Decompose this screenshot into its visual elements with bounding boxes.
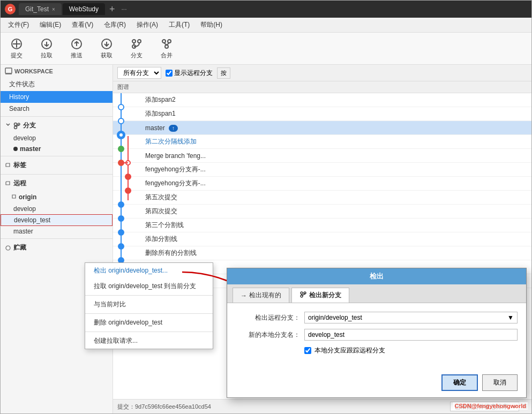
- branch-filter-select[interactable]: 所有分支: [117, 67, 161, 79]
- menu-action[interactable]: 操作(A): [131, 18, 163, 32]
- branch-icon: [130, 37, 143, 50]
- dialog-body: 检出远程分支： origin/develop_test ▼ 新的本地分支名： 本…: [227, 303, 526, 370]
- push-icon: [70, 37, 83, 50]
- track-remote-checkbox-row: 本地分支应跟踪远程分支: [236, 346, 518, 355]
- current-branch-dot: [13, 147, 18, 151]
- svg-point-13: [162, 40, 166, 43]
- local-branch-name-field: 新的本地分支名：: [236, 329, 518, 341]
- commit-button[interactable]: 提交: [6, 35, 27, 62]
- fetch-label: 获取: [101, 51, 113, 59]
- menu-edit[interactable]: 编辑(E): [34, 18, 66, 32]
- dialog-cancel-button[interactable]: 取消: [482, 374, 518, 391]
- sidebar-divider-4: [1, 238, 113, 239]
- tab-webstudy[interactable]: WebStudy: [63, 3, 105, 15]
- dialog-buttons: 确定 取消: [227, 370, 526, 397]
- commit-list-header: 图谱: [113, 81, 531, 93]
- commit-label: 提交: [11, 51, 23, 59]
- context-menu-delete[interactable]: 删除 origin/develop_test: [85, 315, 213, 330]
- context-menu-divider-1: [85, 295, 213, 296]
- checkout-new-icon: [299, 291, 307, 300]
- context-menu-checkout[interactable]: 检出 origin/develop_test...: [85, 263, 213, 278]
- dialog-title: 检出: [227, 268, 526, 284]
- sidebar-divider-1: [1, 116, 113, 117]
- close-tab-icon[interactable]: ×: [52, 6, 55, 12]
- dialog-tab-checkout-new[interactable]: 检出新分支: [291, 288, 349, 303]
- remote-header[interactable]: 远程: [1, 176, 113, 191]
- context-menu: 检出 origin/develop_test... 拉取 origin/deve…: [85, 262, 213, 349]
- menu-file[interactable]: 文件(F): [3, 18, 34, 32]
- remote-branch-select[interactable]: origin/develop_test ▼: [304, 312, 518, 323]
- table-row[interactable]: 删除所有的分割线: [113, 246, 531, 260]
- pull-icon: [40, 37, 53, 50]
- tags-header[interactable]: 标签: [1, 158, 113, 172]
- main-window: G Git_Test × WebStudy + ··· 文件(F) 编辑(E) …: [0, 0, 532, 414]
- workspace-header: WORKSPACE: [1, 65, 113, 78]
- remote-branch-develop[interactable]: develop: [1, 204, 113, 214]
- sidebar-item-history[interactable]: History: [1, 91, 113, 103]
- sidebar-item-file-status[interactable]: 文件状态: [1, 78, 113, 91]
- menu-bar: 文件(F) 编辑(E) 查看(V) 仓库(R) 操作(A) 工具(T) 帮助(H…: [1, 18, 531, 33]
- merge-icon: [160, 37, 173, 50]
- context-menu-pull[interactable]: 拉取 origin/develop_test 到当前分支: [85, 278, 213, 294]
- sidebar-item-search[interactable]: Search: [1, 103, 113, 115]
- fetch-button[interactable]: 获取: [96, 35, 117, 62]
- stash-header[interactable]: 贮藏: [1, 240, 113, 255]
- table-row[interactable]: fengyehong分支再-...: [113, 177, 531, 191]
- table-row[interactable]: 第五次提交: [113, 191, 531, 205]
- menu-help[interactable]: 帮助(H): [195, 18, 228, 32]
- track-remote-label: 本地分支应跟踪远程分支: [314, 346, 385, 355]
- more-options-button[interactable]: 按: [217, 67, 230, 79]
- remote-branch-master[interactable]: master: [1, 226, 113, 237]
- table-row[interactable]: 第二次分隔线添加: [113, 135, 531, 149]
- sidebar: WORKSPACE 文件状态 History Search 分支 develop…: [1, 65, 113, 413]
- branch-label: 分支: [131, 51, 143, 59]
- dialog-confirm-button[interactable]: 确定: [441, 374, 478, 391]
- dialog-tab-checkout-existing[interactable]: → 检出现有的: [233, 288, 289, 303]
- merge-button[interactable]: 合并: [156, 35, 177, 62]
- branch-develop[interactable]: develop: [1, 133, 113, 144]
- tab-more[interactable]: ···: [119, 5, 129, 13]
- track-remote-checkbox[interactable]: [304, 347, 311, 354]
- branches-header[interactable]: 分支: [1, 118, 113, 133]
- title-bar: G Git_Test × WebStudy + ···: [1, 1, 531, 18]
- table-row[interactable]: 添加分割线: [113, 232, 531, 246]
- table-row[interactable]: master ↑: [113, 121, 531, 135]
- local-branch-name-label: 新的本地分支名：: [236, 330, 300, 340]
- remote-branch-develop-test[interactable]: develop_test: [1, 214, 113, 226]
- local-branch-name-input[interactable]: [304, 329, 518, 341]
- master-badge: ↑: [169, 125, 178, 132]
- tab-add-button[interactable]: +: [106, 4, 118, 15]
- menu-view[interactable]: 查看(V): [66, 18, 99, 32]
- table-row[interactable]: 添加span2: [113, 93, 531, 107]
- commit-icon: [10, 37, 23, 50]
- app-icon: G: [5, 4, 16, 14]
- branch-master[interactable]: master: [1, 144, 113, 154]
- menu-repo[interactable]: 仓库(R): [99, 18, 131, 32]
- table-row[interactable]: Merge branch 'feng...: [113, 149, 531, 163]
- svg-point-10: [138, 40, 141, 43]
- branch-button[interactable]: 分支: [126, 35, 147, 62]
- context-menu-create-pr[interactable]: 创建拉取请求...: [85, 333, 213, 349]
- show-remote-checkbox[interactable]: [166, 70, 173, 77]
- table-row[interactable]: 第三个分割线: [113, 219, 531, 232]
- context-menu-diff[interactable]: 与当前对比: [85, 297, 213, 312]
- checkout-existing-icon: →: [241, 292, 247, 299]
- table-row[interactable]: 第四次提交: [113, 205, 531, 219]
- svg-point-15: [165, 45, 168, 48]
- watermark: CSDN@fengyehongworld: [453, 402, 528, 410]
- dropdown-arrow-icon: ▼: [507, 314, 514, 321]
- push-button[interactable]: 推送: [66, 35, 87, 62]
- tab-git-test[interactable]: Git_Test ×: [19, 3, 62, 15]
- table-row[interactable]: fengyehong分支再-...: [113, 163, 531, 177]
- menu-tools[interactable]: 工具(T): [163, 18, 195, 32]
- remote-origin-header[interactable]: origin: [1, 191, 113, 204]
- svg-point-20: [14, 123, 17, 125]
- toolbar: 提交 拉取 推送 获取 分支: [1, 33, 531, 65]
- context-menu-divider-3: [85, 332, 213, 332]
- pull-button[interactable]: 拉取: [36, 35, 57, 62]
- remote-branch-label: 检出远程分支：: [236, 313, 300, 322]
- pull-label: 拉取: [41, 51, 53, 59]
- branch-bar: 所有分支 显示远程分支 按: [113, 65, 531, 81]
- table-row[interactable]: 添加span1: [113, 107, 531, 121]
- svg-line-16: [164, 43, 167, 45]
